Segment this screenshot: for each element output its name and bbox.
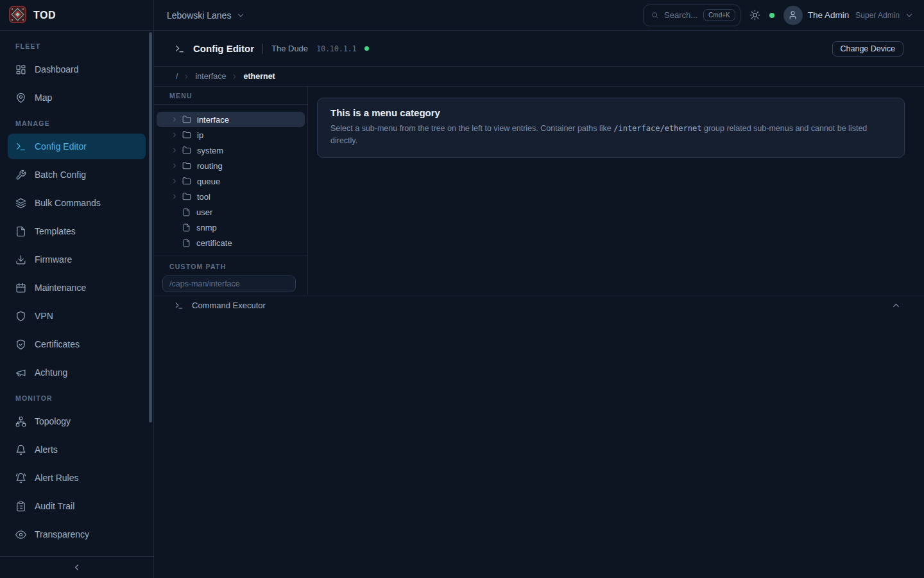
section-label-manage: MANAGE (8, 119, 146, 127)
change-device-button[interactable]: Change Device (832, 41, 903, 57)
sidebar-item-templates[interactable]: Templates (8, 218, 146, 244)
sidebar-item-label: Templates (35, 226, 76, 236)
shield-check-icon (15, 339, 26, 350)
sidebar-item-label: Certificates (35, 339, 80, 349)
custom-path-label: CUSTOM PATH (162, 263, 300, 270)
chevron-right-icon (231, 73, 238, 80)
sidebar-item-firmware[interactable]: Firmware (8, 247, 146, 272)
tree-item-label: user (196, 207, 212, 217)
file-icon (182, 208, 191, 216)
sidebar-item-label: Dashboard (35, 64, 79, 74)
sidebar-item-dashboard[interactable]: Dashboard (8, 57, 146, 82)
topbar: Lebowski Lanes Search... Cmd+K The Admin… (154, 0, 924, 31)
menu-tree-panel: MENU interface ip system (154, 87, 308, 295)
terminal-icon (15, 141, 26, 152)
folder-icon (182, 177, 191, 186)
sidebar-item-batch-config[interactable]: Batch Config (8, 162, 146, 188)
sidebar-item-label: Bulk Commands (35, 198, 101, 208)
brand-name: TOD (33, 10, 56, 21)
tree-item-user[interactable]: user (157, 204, 305, 220)
sidebar-item-vpn[interactable]: VPN (8, 303, 146, 329)
card-desc-text: Select a sub-menu from the tree on the l… (330, 124, 613, 133)
sidebar-nav: FLEET Dashboard Map MANAGE Config Editor… (0, 31, 153, 556)
sidebar: TOD FLEET Dashboard Map MANAGE Config Ed… (0, 0, 154, 578)
sidebar-scrollbar[interactable] (149, 32, 152, 423)
sun-icon (749, 10, 760, 21)
sidebar-item-label: Audit Trail (35, 501, 74, 511)
user-icon (788, 10, 798, 20)
chevron-right-icon (171, 177, 178, 185)
user-menu[interactable]: The Admin Super Admin (783, 6, 914, 25)
megaphone-icon (15, 367, 26, 378)
menu-tree: interface ip system routing (154, 105, 307, 256)
main-area: Lebowski Lanes Search... Cmd+K The Admin… (154, 0, 924, 578)
shield-icon (15, 311, 26, 322)
content-area: This is a menu category Select a sub-men… (308, 87, 924, 295)
custom-path-input[interactable] (162, 276, 296, 292)
sidebar-item-alert-rules[interactable]: Alert Rules (8, 465, 146, 491)
device-status-dot (364, 46, 369, 51)
breadcrumb: / interface ethernet (154, 67, 924, 87)
tree-item-label: interface (197, 115, 229, 125)
sidebar-item-topology[interactable]: Topology (8, 408, 146, 434)
sidebar-item-achtung[interactable]: Achtung (8, 360, 146, 385)
breadcrumb-interface[interactable]: interface (195, 72, 226, 81)
topology-icon (15, 416, 26, 427)
page-header: Config Editor The Dude 10.10.1.1 Change … (154, 31, 924, 67)
search-input[interactable]: Search... Cmd+K (643, 4, 740, 26)
tree-item-ip[interactable]: ip (157, 127, 305, 143)
command-executor-bar[interactable]: Command Executor (154, 295, 924, 315)
sidebar-item-label: Alert Rules (35, 473, 78, 483)
tree-item-label: system (197, 146, 223, 155)
breadcrumb-root[interactable]: / (176, 72, 178, 81)
chevron-up-icon[interactable] (891, 301, 901, 310)
sidebar-item-bulk-commands[interactable]: Bulk Commands (8, 190, 146, 216)
connection-status-dot (769, 13, 774, 18)
tree-item-queue[interactable]: queue (157, 173, 305, 189)
brand: TOD (0, 0, 153, 31)
theme-toggle-button[interactable] (749, 10, 760, 21)
sidebar-item-label: Alerts (35, 444, 58, 455)
bell-icon (15, 444, 26, 455)
tree-item-certificate[interactable]: certificate (157, 235, 305, 250)
tree-item-label: tool (197, 192, 210, 202)
sidebar-item-config-editor[interactable]: Config Editor (8, 134, 146, 159)
folder-icon (182, 192, 191, 201)
chevron-down-icon (236, 11, 245, 20)
tree-item-label: snmp (196, 223, 217, 232)
empty-space (154, 315, 924, 578)
command-executor-label: Command Executor (192, 301, 266, 310)
sidebar-item-label: Topology (35, 416, 71, 426)
card-description: Select a sub-menu from the tree on the l… (330, 123, 891, 147)
sidebar-item-audit-trail[interactable]: Audit Trail (8, 493, 146, 519)
search-shortcut-badge: Cmd+K (703, 9, 735, 21)
tree-item-snmp[interactable]: snmp (157, 220, 305, 235)
clipboard-icon (15, 501, 26, 512)
dashboard-icon (15, 64, 26, 75)
sidebar-item-map[interactable]: Map (8, 85, 146, 110)
rug-diamond-logo (9, 6, 26, 25)
user-name: The Admin (808, 10, 850, 20)
folder-icon (182, 115, 191, 124)
sidebar-collapse-button[interactable] (0, 556, 153, 578)
divider (262, 44, 263, 54)
tree-item-interface[interactable]: interface (157, 112, 305, 127)
breadcrumb-current: ethernet (243, 72, 275, 81)
org-switcher[interactable]: Lebowski Lanes (167, 10, 245, 21)
card-desc-code: /interface/ethernet (613, 124, 701, 133)
chevron-right-icon (183, 73, 190, 80)
user-role: Super Admin (855, 11, 900, 20)
chevron-down-icon (905, 11, 914, 20)
tree-item-system[interactable]: system (157, 143, 305, 158)
sidebar-item-transparency[interactable]: Transparency (8, 521, 146, 547)
sidebar-item-certificates[interactable]: Certificates (8, 331, 146, 357)
sidebar-item-alerts[interactable]: Alerts (8, 437, 146, 462)
tree-item-label: queue (197, 177, 220, 186)
sidebar-item-label: Maintenance (35, 283, 86, 293)
tree-item-routing[interactable]: routing (157, 158, 305, 173)
chevron-right-icon (171, 162, 178, 170)
tree-item-tool[interactable]: tool (157, 189, 305, 204)
page-title: Config Editor (193, 43, 254, 54)
sidebar-item-maintenance[interactable]: Maintenance (8, 275, 146, 301)
sidebar-item-label: Firmware (35, 254, 72, 265)
